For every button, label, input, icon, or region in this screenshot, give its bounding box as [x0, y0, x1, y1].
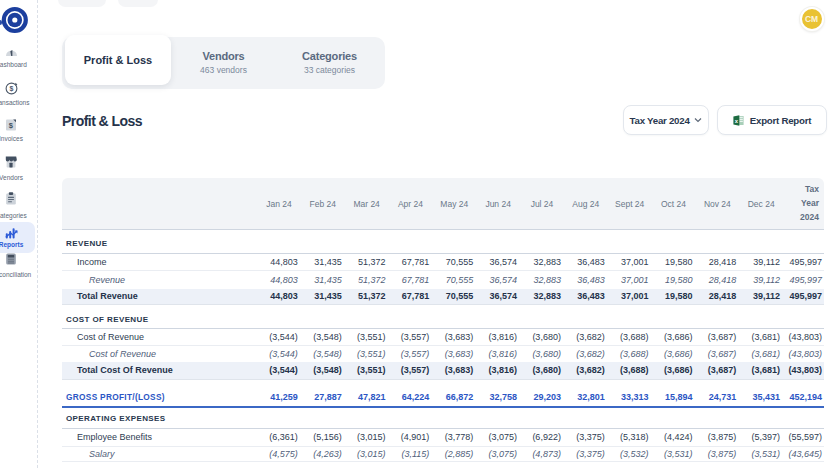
svg-text:$: $	[9, 85, 13, 93]
